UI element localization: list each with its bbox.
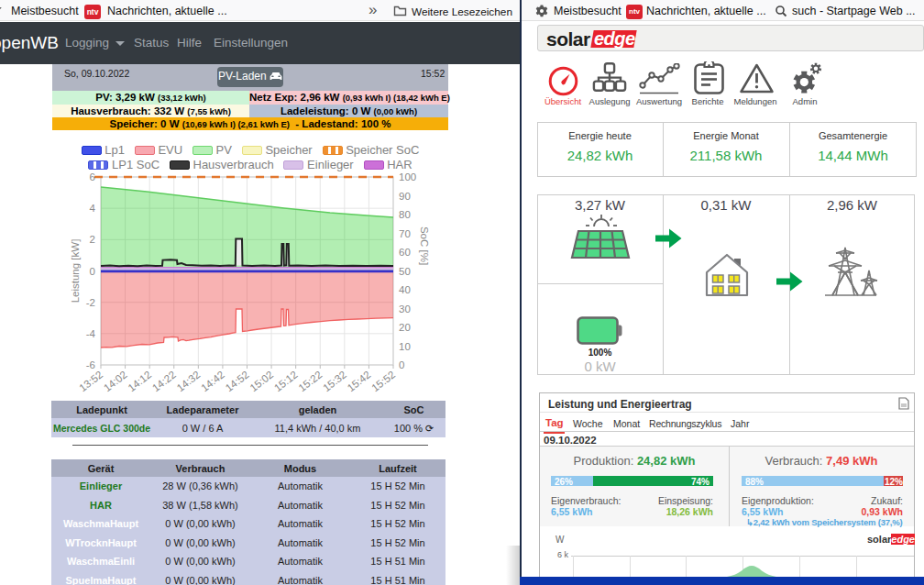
svg-text:14:12: 14:12 xyxy=(126,369,153,393)
svg-text:40: 40 xyxy=(399,284,411,295)
svg-text:-6: -6 xyxy=(86,359,95,370)
svg-text:4: 4 xyxy=(90,203,96,214)
svg-text:-2: -2 xyxy=(86,297,95,308)
svg-text:100: 100 xyxy=(399,171,416,182)
svg-text:SoC [%]: SoC [%] xyxy=(419,226,430,265)
svg-text:6: 6 xyxy=(90,171,95,182)
svg-text:14:32: 14:32 xyxy=(174,369,202,393)
svg-text:20: 20 xyxy=(399,322,411,333)
svg-text:60: 60 xyxy=(399,247,411,258)
svg-text:15:02: 15:02 xyxy=(248,369,275,393)
svg-text:0: 0 xyxy=(399,359,404,370)
svg-text:0: 0 xyxy=(90,266,95,277)
svg-text:15:32: 15:32 xyxy=(321,369,348,393)
svg-text:2: 2 xyxy=(90,234,95,245)
svg-text:15:52: 15:52 xyxy=(369,369,397,393)
svg-text:Leistung [kW]: Leistung [kW] xyxy=(70,239,81,304)
svg-text:50: 50 xyxy=(399,266,411,277)
svg-text:15:22: 15:22 xyxy=(296,369,324,393)
svg-text:80: 80 xyxy=(399,209,411,220)
svg-text:90: 90 xyxy=(399,191,411,202)
svg-text:70: 70 xyxy=(399,228,411,239)
svg-text:15:12: 15:12 xyxy=(272,369,300,393)
svg-text:14:22: 14:22 xyxy=(150,369,178,393)
svg-text:-4: -4 xyxy=(86,328,96,339)
svg-text:10: 10 xyxy=(399,341,411,352)
svg-text:15:42: 15:42 xyxy=(346,369,373,393)
svg-text:14:42: 14:42 xyxy=(199,369,226,393)
svg-text:14:52: 14:52 xyxy=(224,369,251,393)
svg-text:30: 30 xyxy=(399,304,411,315)
svg-text:13:52: 13:52 xyxy=(77,369,104,393)
svg-text:14:02: 14:02 xyxy=(102,369,129,393)
